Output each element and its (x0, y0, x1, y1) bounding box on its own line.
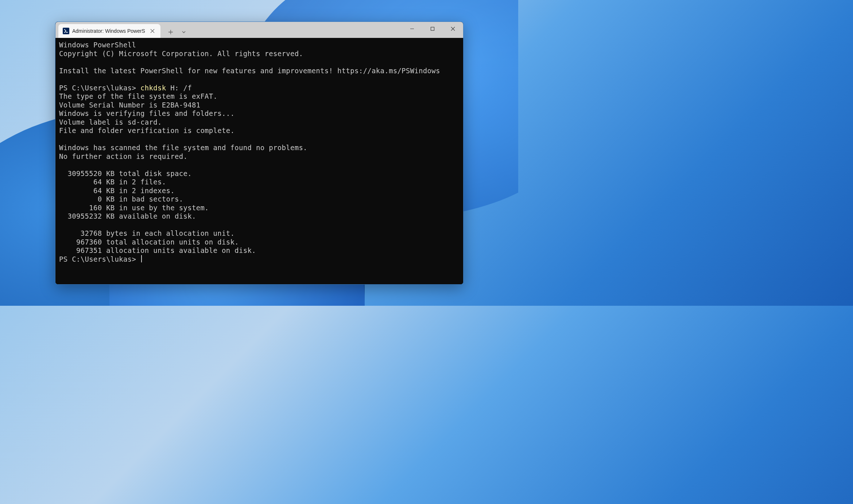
terminal-line: 30955520 KB total disk space. (59, 169, 192, 177)
maximize-icon (430, 27, 435, 31)
terminal-line: 967351 allocation units available on dis… (59, 246, 256, 254)
terminal-line: 32768 bytes in each allocation unit. (59, 229, 234, 237)
tab-dropdown-button[interactable] (178, 26, 190, 38)
tab-close-button[interactable] (148, 27, 157, 35)
svg-rect-0 (431, 27, 434, 31)
terminal-line: 967360 total allocation units on disk. (59, 238, 239, 246)
terminal-line: Windows has scanned the file system and … (59, 144, 307, 152)
maximize-button[interactable] (422, 22, 443, 36)
terminal-line: Install the latest PowerShell for new fe… (59, 67, 440, 75)
tab-title: Administrator: Windows PowerS (72, 28, 145, 34)
command-name: chkdsk (140, 84, 166, 92)
terminal-line: 64 KB in 2 indexes. (59, 187, 175, 195)
new-tab-button[interactable] (165, 26, 177, 38)
terminal-line: Volume label is sd-card. (59, 118, 162, 126)
terminal-line: No further action is required. (59, 152, 187, 160)
terminal-line: 160 KB in use by the system. (59, 204, 209, 212)
terminal-line: 64 KB in 2 files. (59, 178, 166, 186)
terminal-line: The type of the file system is exFAT. (59, 92, 217, 100)
cursor (141, 255, 142, 262)
minimize-icon (410, 27, 414, 31)
window-close-button[interactable] (443, 22, 463, 36)
window-controls (402, 22, 463, 36)
terminal-line: 30955232 KB available on disk. (59, 212, 196, 220)
terminal-output[interactable]: Windows PowerShell Copyright (C) Microso… (55, 38, 463, 284)
terminal-line: Windows is verifying files and folders..… (59, 109, 234, 117)
close-icon (451, 27, 455, 31)
terminal-line: File and folder verification is complete… (59, 126, 234, 134)
close-icon (150, 29, 155, 33)
tab-powershell[interactable]: Administrator: Windows PowerS (58, 24, 160, 38)
chevron-down-icon (181, 30, 186, 35)
terminal-line: Copyright (C) Microsoft Corporation. All… (59, 50, 303, 58)
titlebar[interactable]: Administrator: Windows PowerS (55, 22, 463, 38)
minimize-button[interactable] (402, 22, 422, 36)
terminal-line: Volume Serial Number is E2BA-9481 (59, 101, 200, 109)
powershell-icon (63, 28, 69, 34)
plus-icon (168, 30, 173, 35)
prompt: PS C:\Users\lukas> (59, 255, 140, 263)
terminal-line: Windows PowerShell (59, 41, 136, 49)
terminal-line: 0 KB in bad sectors. (59, 195, 183, 203)
terminal-window: Administrator: Windows PowerS Windows Po… (55, 22, 464, 285)
prompt: PS C:\Users\lukas> (59, 84, 140, 92)
command-args: H: /f (166, 84, 191, 92)
